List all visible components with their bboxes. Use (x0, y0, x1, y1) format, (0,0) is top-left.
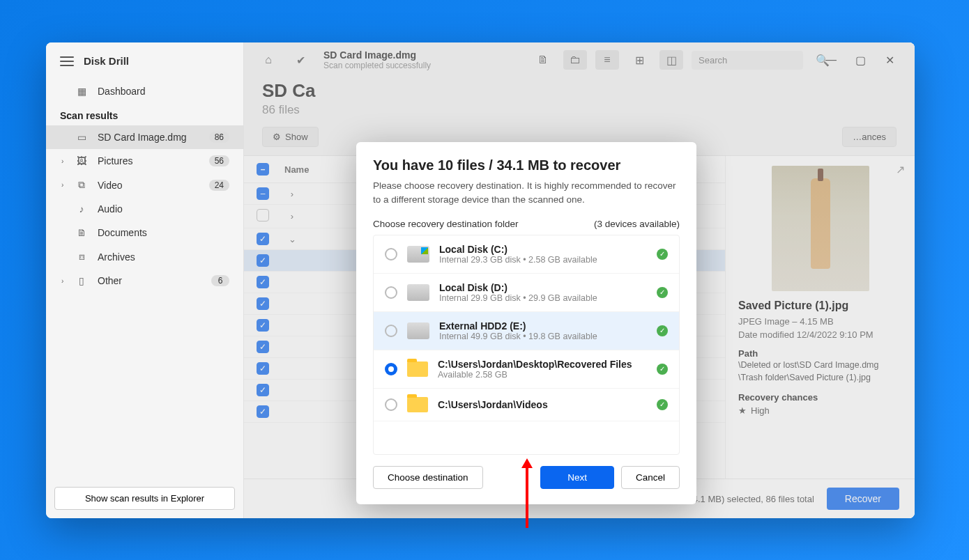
check-badge-icon[interactable]: ✔ (289, 50, 312, 70)
page-title: SD Ca (262, 80, 896, 102)
sidebar-item-label: Pictures (98, 155, 133, 166)
file-icon[interactable]: 🗎 (531, 50, 555, 70)
chevron-icon: › (61, 181, 63, 189)
expand-icon[interactable]: › (284, 189, 300, 199)
recover-button[interactable]: Recover (827, 488, 899, 510)
sidebar-item-label: Archives (98, 251, 135, 263)
check-icon: ✓ (657, 325, 668, 336)
dest-name: C:\Users\Jordan\Desktop\Recovered Files (438, 359, 647, 370)
chances-label: Recovery chances (738, 392, 902, 403)
check-icon: ✓ (657, 287, 668, 298)
dest-sub: Internal 29.3 GB disk • 2.58 GB availabl… (439, 255, 647, 265)
row-checkbox[interactable]: ✓ (257, 362, 269, 375)
other-icon: ▯ (75, 275, 88, 286)
folder-icon[interactable]: 🗀 (563, 50, 587, 70)
next-button[interactable]: Next (540, 466, 614, 489)
scan-subtitle: Scan completed successfully (323, 61, 431, 70)
destination-item[interactable]: Local Disk (C:)Internal 29.3 GB disk • 2… (374, 235, 679, 274)
radio-button[interactable] (385, 363, 397, 375)
modal-title: You have 10 files / 34.1 MB to recover (373, 157, 680, 173)
popout-icon[interactable]: ↗ (896, 163, 905, 176)
drive-icon (407, 246, 429, 263)
row-checkbox[interactable]: ✓ (257, 405, 269, 418)
video-icon: ⧉ (75, 179, 88, 191)
path-label: Path (738, 348, 902, 359)
row-checkbox[interactable]: ✓ (257, 319, 269, 332)
destination-item[interactable]: Local Disk (D:)Internal 29.9 GB disk • 2… (374, 274, 679, 312)
check-icon: ✓ (657, 364, 668, 375)
doc-icon: 🗎 (75, 227, 88, 238)
detail-filename: Saved Picture (1).jpg (738, 300, 902, 312)
dest-sub: Internal 29.9 GB disk • 29.9 GB availabl… (439, 293, 647, 303)
menu-icon[interactable] (60, 56, 74, 66)
search-input[interactable]: 🔍 (692, 51, 803, 70)
nav-dashboard[interactable]: ▦ Dashboard (46, 79, 243, 103)
sidebar-item-label: Other (98, 275, 122, 286)
choose-destination-button[interactable]: Choose destination (373, 466, 483, 489)
sidebar-item-2[interactable]: ›⧉Video24 (46, 173, 243, 197)
sidebar-item-3[interactable]: ♪Audio (46, 197, 243, 221)
sidebar-header: Disk Drill (46, 42, 243, 79)
row-checkbox[interactable]: ✓ (257, 341, 269, 353)
maximize-button[interactable]: ▢ (848, 50, 873, 70)
destination-item[interactable]: C:\Users\Jordan\Videos✓ (374, 389, 679, 421)
image-icon: 🖼 (75, 155, 88, 166)
expand-icon[interactable]: ⌄ (284, 234, 300, 244)
sidebar-item-5[interactable]: ⧈Archives (46, 244, 243, 269)
archive-icon: ⧈ (75, 251, 88, 263)
radio-button[interactable] (385, 398, 397, 411)
row-checkbox[interactable]: ✓ (257, 276, 269, 288)
drive-icon (407, 322, 429, 339)
sidebar-item-6[interactable]: ›▯Other6 (46, 269, 243, 293)
sidebar-item-label: Audio (98, 203, 123, 215)
row-checkbox[interactable]: ✓ (257, 254, 269, 267)
row-checkbox[interactable]: ✓ (257, 384, 269, 396)
chances-value: High (751, 405, 770, 416)
sidebar-item-4[interactable]: 🗎Documents (46, 221, 243, 244)
panel-icon[interactable]: ◫ (659, 50, 683, 70)
expand-icon[interactable]: › (284, 211, 300, 221)
chevron-icon: › (61, 277, 63, 285)
header-checkbox[interactable]: – (257, 163, 269, 176)
filter-chances-button[interactable]: …ances (842, 127, 896, 147)
count-badge: 56 (209, 155, 229, 166)
drive-icon: ▭ (75, 132, 88, 143)
radio-button[interactable] (385, 325, 397, 337)
dest-label: Choose recovery destination folder (373, 219, 519, 229)
close-button[interactable]: ✕ (877, 50, 902, 70)
home-icon[interactable]: ⌂ (257, 50, 280, 70)
check-icon: ✓ (657, 399, 668, 410)
topbar: ⌂ ✔ SD Card Image.dmg Scan completed suc… (244, 42, 915, 77)
destination-item[interactable]: External HDD2 (E:)Internal 49.9 GB disk … (374, 312, 679, 350)
row-checkbox[interactable]: – (257, 187, 269, 200)
row-checkbox[interactable] (257, 209, 269, 221)
grid-view-icon[interactable]: ⊞ (627, 50, 651, 70)
detail-meta: JPEG Image – 4.15 MB (738, 316, 902, 327)
filter-show-button[interactable]: ⚙Show (262, 127, 319, 147)
count-badge: 6 (211, 275, 229, 286)
content-header: SD Ca 86 files (244, 77, 915, 127)
minimize-button[interactable]: — (818, 50, 844, 70)
detail-modified: Date modified 12/4/2022 9:10 PM (738, 329, 902, 340)
row-checkbox[interactable]: ✓ (257, 233, 269, 245)
drive-icon (407, 284, 429, 301)
cancel-button[interactable]: Cancel (621, 466, 680, 489)
sidebar-item-label: Documents (98, 227, 147, 238)
detail-path2: \Trash folder\Saved Picture (1).jpg (738, 371, 902, 384)
destination-item[interactable]: C:\Users\Jordan\Desktop\Recovered FilesA… (374, 350, 679, 389)
dest-name: External HDD2 (E:) (439, 320, 647, 332)
row-checkbox[interactable]: ✓ (257, 297, 269, 310)
star-icon: ★ (738, 405, 747, 416)
show-explorer-button[interactable]: Show scan results in Explorer (54, 487, 235, 510)
sidebar-item-0[interactable]: ▭SD Card Image.dmg86 (46, 125, 243, 149)
preview-image (772, 166, 869, 291)
list-icon[interactable]: ≡ (595, 50, 619, 70)
radio-button[interactable] (385, 286, 397, 299)
scan-title: SD Card Image.dmg (323, 49, 431, 61)
radio-button[interactable] (385, 248, 397, 260)
search-field[interactable] (699, 55, 816, 65)
section-label: Scan results (46, 103, 243, 125)
folder-icon (407, 361, 428, 377)
check-icon: ✓ (657, 249, 668, 260)
sidebar-item-1[interactable]: ›🖼Pictures56 (46, 149, 243, 173)
